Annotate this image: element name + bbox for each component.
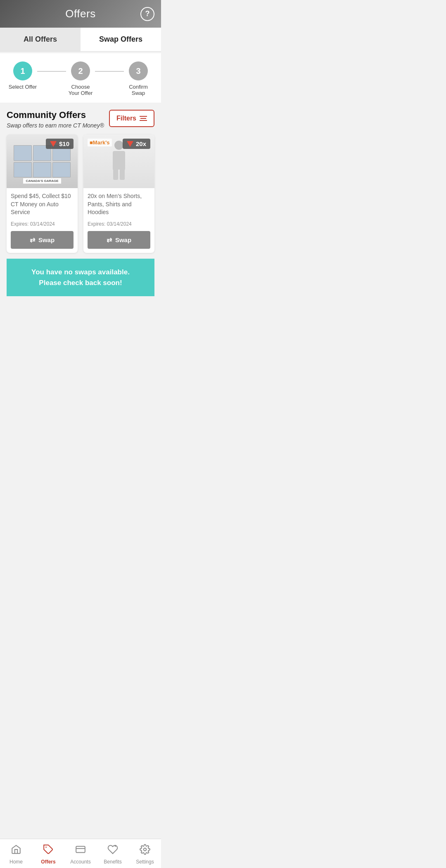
swap-button-1[interactable]: ⇄ Swap: [11, 231, 74, 249]
swap-label-2: Swap: [115, 236, 131, 243]
window-4: [14, 162, 32, 178]
store-windows: [14, 145, 71, 177]
offer-badge-2: 20x: [123, 139, 150, 149]
offer-card-1-image: 🍁 CANADA'S GARAGE: [7, 134, 78, 188]
tab-switcher: All Offers Swap Offers: [0, 28, 161, 52]
step-2-circle: 2: [71, 61, 90, 80]
swap-icon-2: ⇄: [107, 236, 112, 244]
app-header: Offers ?: [0, 0, 161, 28]
badge-triangle-icon-2: [127, 141, 133, 147]
offer-card-2-body: 20x on Men's Shorts, Pants, Shirts and H…: [83, 188, 154, 253]
offer-expires-2: Expires: 03/14/2024: [88, 221, 150, 227]
step-connector-2: [95, 71, 124, 72]
store-sign: CANADA'S GARAGE: [23, 178, 61, 184]
tab-all-offers[interactable]: All Offers: [0, 28, 81, 51]
step-3: 3 Confirm Swap: [124, 61, 153, 96]
offer-card-2: ■Mark's: [83, 134, 154, 253]
window-5: [33, 162, 51, 178]
filters-button[interactable]: Filters: [109, 110, 154, 127]
offers-grid: 🍁 CANADA'S GARAGE: [7, 134, 154, 253]
section-subtitle: Swap offers to earn more CT Money®: [7, 122, 104, 129]
offer-title-1: Spend $45, Collect $10 CT Money on Auto …: [11, 192, 74, 217]
step-3-label: Confirm Swap: [124, 84, 153, 96]
question-mark-icon: ?: [145, 9, 150, 18]
section-header: Community Offers Swap offers to earn mor…: [7, 110, 154, 129]
window-1: [14, 145, 32, 161]
offer-expires-1: Expires: 03/14/2024: [11, 221, 74, 227]
steps-progress: 1 Select Offer 2 Choose Your Offer 3 Con…: [0, 53, 161, 103]
offer-card-1-body: Spend $45, Collect $10 CT Money on Auto …: [7, 188, 78, 253]
step-2: 2 Choose Your Offer: [66, 61, 95, 96]
step-1-label: Select Offer: [9, 84, 37, 90]
person-head: [114, 141, 123, 150]
step-connector-1: [37, 71, 66, 72]
window-6: [52, 162, 71, 178]
offer-card-1: 🍁 CANADA'S GARAGE: [7, 134, 78, 253]
swap-button-2[interactable]: ⇄ Swap: [88, 231, 150, 249]
swap-icon-1: ⇄: [30, 236, 35, 244]
person-leg-left: [113, 170, 118, 180]
filter-lines-icon: [140, 116, 147, 121]
badge-value-1: $10: [59, 140, 69, 147]
offer-badge-1: $10: [46, 139, 74, 149]
swap-label-1: Swap: [38, 236, 55, 243]
no-swaps-banner: You have no swaps available. Please chec…: [7, 259, 154, 296]
step-3-circle: 3: [129, 61, 148, 80]
no-swaps-line1: You have no swaps available. Please chec…: [13, 267, 148, 288]
help-button[interactable]: ?: [140, 7, 154, 21]
step-1: 1 Select Offer: [8, 61, 37, 90]
filters-label: Filters: [116, 115, 136, 122]
offer-title-2: 20x on Men's Shorts, Pants, Shirts and H…: [88, 192, 150, 217]
page-title: Offers: [65, 7, 95, 20]
step-2-label: Choose Your Offer: [66, 84, 95, 96]
person-leg-right: [120, 170, 125, 180]
tab-swap-offers[interactable]: Swap Offers: [81, 28, 161, 51]
person-legs: [107, 170, 131, 180]
section-title-block: Community Offers Swap offers to earn mor…: [7, 110, 104, 129]
section-title: Community Offers: [7, 110, 104, 120]
badge-triangle-icon: [50, 141, 57, 147]
main-content: Community Offers Swap offers to earn mor…: [0, 103, 161, 303]
offer-card-2-image: ■Mark's: [83, 134, 154, 188]
person-body: [113, 151, 125, 170]
badge-value-2: 20x: [136, 140, 146, 147]
step-1-circle: 1: [13, 61, 32, 80]
